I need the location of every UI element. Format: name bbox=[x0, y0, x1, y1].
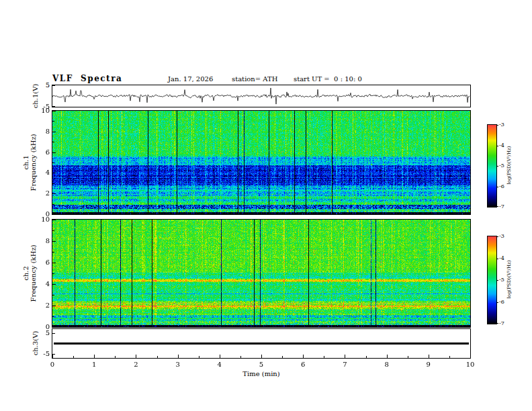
y-tick-label: 5 bbox=[32, 329, 50, 336]
x-tick-label: 5 bbox=[253, 361, 269, 368]
y-tick-mark bbox=[52, 263, 56, 263]
x-tick-mark bbox=[345, 355, 345, 358]
y-tick-label: 6 bbox=[32, 148, 50, 156]
x-tick-label: 0 bbox=[44, 361, 60, 368]
x-tick-label: 8 bbox=[379, 361, 395, 368]
y-tick-label: 8 bbox=[32, 237, 50, 244]
x-tick-mark bbox=[387, 355, 388, 358]
x-tick-mark bbox=[157, 356, 158, 358]
y-tick-mark bbox=[52, 121, 54, 122]
colorbar-tick-label: -4 bbox=[499, 255, 504, 261]
ch2-frequency-axis-label: ch.2 Frequency (kHz) bbox=[22, 244, 37, 302]
x-tick-mark bbox=[261, 355, 262, 358]
y-tick-label: 4 bbox=[32, 280, 50, 287]
y-tick-mark bbox=[52, 284, 56, 285]
station-label: station= ATH bbox=[232, 75, 277, 83]
y-tick-mark bbox=[52, 333, 55, 334]
colorbar-tick-mark bbox=[496, 125, 498, 126]
ch2-spectrogram-panel bbox=[52, 219, 471, 328]
colorbar-tick-mark bbox=[496, 166, 498, 167]
ch2-spectrogram-canvas bbox=[52, 220, 470, 327]
x-tick-mark bbox=[73, 356, 74, 358]
x-tick-mark bbox=[240, 356, 241, 358]
y-tick-mark bbox=[52, 142, 54, 142]
y-tick-mark bbox=[52, 354, 55, 355]
y-tick-mark bbox=[52, 111, 56, 111]
y-tick-mark bbox=[52, 132, 56, 132]
colorbar-tick-label: -6 bbox=[499, 299, 504, 305]
x-tick-mark bbox=[94, 355, 95, 358]
vlf-spectra-figure: VLF Spectra Jan. 17, 2026 station= ATH s… bbox=[0, 0, 532, 411]
y-tick-mark bbox=[52, 106, 55, 107]
y-tick-label: 2 bbox=[32, 189, 50, 197]
x-tick-label: 2 bbox=[128, 361, 144, 368]
x-tick-mark bbox=[282, 356, 283, 358]
x-tick-mark bbox=[52, 355, 53, 358]
colorbar-tick-label: -3 bbox=[499, 122, 504, 128]
colorbar-tick-label: -5 bbox=[499, 163, 504, 169]
y-tick-mark bbox=[52, 204, 54, 205]
ch1-spectrogram-canvas bbox=[52, 111, 470, 214]
y-tick-label: 5 bbox=[32, 81, 50, 89]
x-tick-label: 3 bbox=[170, 361, 186, 368]
colorbar-ch1 bbox=[487, 124, 497, 208]
x-tick-mark bbox=[303, 355, 304, 358]
x-tick-mark bbox=[449, 356, 450, 358]
time-axis-label: Time (min) bbox=[52, 370, 470, 377]
y-tick-mark bbox=[52, 163, 54, 163]
plot-title: VLF Spectra bbox=[52, 74, 122, 83]
x-tick-mark bbox=[470, 355, 471, 358]
axis-label-line: ch.2 bbox=[22, 244, 30, 302]
ch1-waveform-panel bbox=[52, 85, 471, 107]
x-tick-mark bbox=[408, 356, 408, 358]
ch1-frequency-axis-label: ch.1 Frequency (kHz) bbox=[22, 134, 37, 191]
colorbar-tick-mark bbox=[496, 187, 498, 187]
colorbar-tick-mark bbox=[496, 323, 498, 324]
y-tick-label: 8 bbox=[32, 128, 50, 135]
x-tick-mark bbox=[324, 356, 324, 358]
x-tick-label: 9 bbox=[420, 361, 437, 368]
colorbar-tick-mark bbox=[496, 146, 498, 146]
y-tick-mark bbox=[52, 220, 56, 220]
x-tick-mark bbox=[115, 356, 116, 358]
x-tick-mark bbox=[199, 356, 200, 358]
y-tick-mark bbox=[52, 230, 54, 231]
colorbar-tick-mark bbox=[496, 206, 498, 207]
y-tick-label: 2 bbox=[32, 302, 50, 309]
y-tick-mark bbox=[52, 326, 56, 327]
ch3-waveform-canvas bbox=[52, 329, 470, 358]
colorbar-tick-label: -6 bbox=[499, 183, 504, 189]
colorbar-ch2-axis-label: log(PSD)(V²/Hz) bbox=[506, 261, 512, 299]
x-tick-label: 10 bbox=[462, 361, 478, 368]
axis-label-line: Frequency (kHz) bbox=[30, 134, 37, 191]
y-tick-mark bbox=[52, 241, 56, 242]
x-tick-mark bbox=[366, 356, 367, 358]
y-tick-mark bbox=[52, 316, 54, 317]
y-tick-label: 10 bbox=[32, 216, 50, 223]
colorbar-tick-mark bbox=[496, 280, 498, 281]
x-tick-label: 4 bbox=[212, 361, 228, 368]
x-tick-label: 1 bbox=[86, 361, 102, 368]
colorbar-tick-label: -4 bbox=[499, 142, 504, 148]
start-ut-label: start UT = 0 : 10: 0 bbox=[294, 75, 362, 83]
colorbar-tick-label: -5 bbox=[499, 277, 504, 283]
x-tick-label: 7 bbox=[337, 361, 353, 368]
colorbar-tick-mark bbox=[496, 259, 498, 259]
y-tick-label: 4 bbox=[32, 169, 50, 176]
y-tick-mark bbox=[52, 306, 56, 306]
y-tick-mark bbox=[52, 273, 54, 274]
x-tick-mark bbox=[178, 355, 179, 358]
y-tick-mark bbox=[52, 152, 56, 153]
y-tick-mark bbox=[52, 85, 55, 86]
y-tick-mark bbox=[52, 183, 54, 184]
x-tick-mark bbox=[136, 355, 136, 358]
ch1-spectrogram-panel bbox=[52, 110, 471, 215]
y-tick-label: 10 bbox=[32, 107, 50, 114]
x-tick-mark bbox=[429, 355, 429, 358]
x-tick-mark bbox=[220, 355, 220, 358]
colorbar-tick-label: -7 bbox=[499, 203, 504, 210]
colorbar-tick-label: -3 bbox=[499, 233, 504, 239]
y-tick-label: -5 bbox=[32, 350, 50, 357]
x-tick-label: 6 bbox=[295, 361, 311, 368]
y-tick-label: 6 bbox=[32, 259, 50, 266]
